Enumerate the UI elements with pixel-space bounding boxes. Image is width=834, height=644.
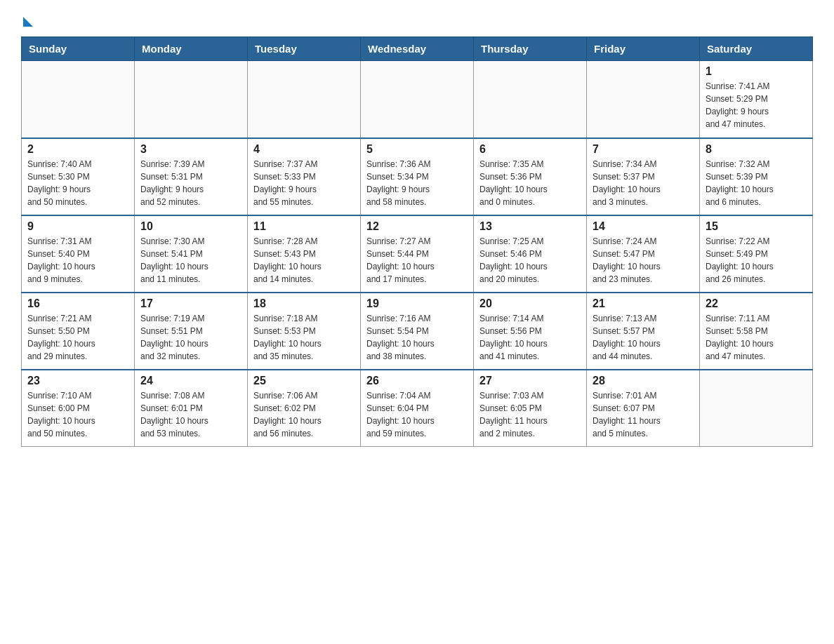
day-info: Sunrise: 7:19 AM Sunset: 5:51 PM Dayligh… bbox=[140, 312, 241, 363]
calendar-table: SundayMondayTuesdayWednesdayThursdayFrid… bbox=[21, 36, 813, 447]
calendar-week-row-3: 16Sunrise: 7:21 AM Sunset: 5:50 PM Dayli… bbox=[22, 293, 813, 370]
day-info: Sunrise: 7:11 AM Sunset: 5:58 PM Dayligh… bbox=[706, 312, 807, 363]
day-number: 23 bbox=[27, 375, 128, 387]
day-number: 14 bbox=[593, 220, 694, 233]
day-info: Sunrise: 7:22 AM Sunset: 5:49 PM Dayligh… bbox=[706, 235, 807, 286]
day-number: 7 bbox=[593, 143, 694, 156]
calendar-cell: 21Sunrise: 7:13 AM Sunset: 5:57 PM Dayli… bbox=[587, 293, 700, 370]
calendar-cell: 17Sunrise: 7:19 AM Sunset: 5:51 PM Dayli… bbox=[135, 293, 248, 370]
day-info: Sunrise: 7:13 AM Sunset: 5:57 PM Dayligh… bbox=[593, 312, 694, 363]
calendar-cell: 6Sunrise: 7:35 AM Sunset: 5:36 PM Daylig… bbox=[474, 138, 587, 215]
calendar-cell bbox=[135, 61, 248, 138]
calendar-cell: 16Sunrise: 7:21 AM Sunset: 5:50 PM Dayli… bbox=[22, 293, 135, 370]
weekday-header-sunday: Sunday bbox=[22, 37, 135, 61]
day-number: 15 bbox=[706, 220, 807, 233]
calendar-cell: 28Sunrise: 7:01 AM Sunset: 6:07 PM Dayli… bbox=[587, 370, 700, 447]
calendar-week-row-4: 23Sunrise: 7:10 AM Sunset: 6:00 PM Dayli… bbox=[22, 370, 813, 447]
weekday-header-monday: Monday bbox=[135, 37, 248, 61]
day-number: 27 bbox=[479, 375, 581, 387]
day-number: 6 bbox=[479, 143, 581, 156]
day-info: Sunrise: 7:34 AM Sunset: 5:37 PM Dayligh… bbox=[593, 158, 694, 208]
day-info: Sunrise: 7:01 AM Sunset: 6:07 PM Dayligh… bbox=[593, 389, 694, 440]
day-info: Sunrise: 7:37 AM Sunset: 5:33 PM Dayligh… bbox=[253, 158, 355, 208]
calendar-cell: 7Sunrise: 7:34 AM Sunset: 5:37 PM Daylig… bbox=[587, 138, 700, 215]
day-number: 22 bbox=[706, 297, 807, 310]
weekday-header-friday: Friday bbox=[587, 37, 700, 61]
day-number: 26 bbox=[366, 375, 468, 387]
calendar-cell: 12Sunrise: 7:27 AM Sunset: 5:44 PM Dayli… bbox=[361, 215, 474, 293]
day-number: 16 bbox=[27, 297, 128, 310]
calendar-cell bbox=[22, 61, 135, 138]
calendar-cell: 26Sunrise: 7:04 AM Sunset: 6:04 PM Dayli… bbox=[361, 370, 474, 447]
calendar-cell: 9Sunrise: 7:31 AM Sunset: 5:40 PM Daylig… bbox=[22, 215, 135, 293]
day-number: 21 bbox=[593, 297, 694, 310]
weekday-header-tuesday: Tuesday bbox=[248, 37, 361, 61]
day-number: 20 bbox=[479, 297, 581, 310]
weekday-header-row: SundayMondayTuesdayWednesdayThursdayFrid… bbox=[22, 37, 813, 61]
day-info: Sunrise: 7:30 AM Sunset: 5:41 PM Dayligh… bbox=[140, 235, 241, 286]
day-number: 17 bbox=[140, 297, 241, 310]
day-number: 28 bbox=[593, 375, 694, 387]
calendar-cell bbox=[474, 61, 587, 138]
calendar-week-row-1: 2Sunrise: 7:40 AM Sunset: 5:30 PM Daylig… bbox=[22, 138, 813, 215]
day-number: 5 bbox=[366, 143, 468, 156]
calendar-cell: 24Sunrise: 7:08 AM Sunset: 6:01 PM Dayli… bbox=[135, 370, 248, 447]
calendar-cell bbox=[587, 61, 700, 138]
day-number: 9 bbox=[27, 220, 128, 233]
day-info: Sunrise: 7:32 AM Sunset: 5:39 PM Dayligh… bbox=[706, 158, 807, 208]
calendar-cell: 10Sunrise: 7:30 AM Sunset: 5:41 PM Dayli… bbox=[135, 215, 248, 293]
calendar-cell bbox=[700, 370, 813, 447]
day-info: Sunrise: 7:18 AM Sunset: 5:53 PM Dayligh… bbox=[253, 312, 355, 363]
day-number: 13 bbox=[479, 220, 581, 233]
day-number: 25 bbox=[253, 375, 355, 387]
calendar-cell: 14Sunrise: 7:24 AM Sunset: 5:47 PM Dayli… bbox=[587, 215, 700, 293]
day-info: Sunrise: 7:24 AM Sunset: 5:47 PM Dayligh… bbox=[593, 235, 694, 286]
day-number: 10 bbox=[140, 220, 241, 233]
day-info: Sunrise: 7:40 AM Sunset: 5:30 PM Dayligh… bbox=[27, 158, 128, 208]
day-info: Sunrise: 7:28 AM Sunset: 5:43 PM Dayligh… bbox=[253, 235, 355, 286]
calendar-cell: 27Sunrise: 7:03 AM Sunset: 6:05 PM Dayli… bbox=[474, 370, 587, 447]
day-info: Sunrise: 7:16 AM Sunset: 5:54 PM Dayligh… bbox=[366, 312, 468, 363]
day-info: Sunrise: 7:39 AM Sunset: 5:31 PM Dayligh… bbox=[140, 158, 241, 208]
day-info: Sunrise: 7:25 AM Sunset: 5:46 PM Dayligh… bbox=[479, 235, 581, 286]
day-info: Sunrise: 7:10 AM Sunset: 6:00 PM Dayligh… bbox=[27, 389, 128, 440]
calendar-cell: 1Sunrise: 7:41 AM Sunset: 5:29 PM Daylig… bbox=[700, 61, 813, 138]
day-info: Sunrise: 7:04 AM Sunset: 6:04 PM Dayligh… bbox=[366, 389, 468, 440]
day-number: 12 bbox=[366, 220, 468, 233]
day-number: 4 bbox=[253, 143, 355, 156]
calendar-cell: 2Sunrise: 7:40 AM Sunset: 5:30 PM Daylig… bbox=[22, 138, 135, 215]
calendar-cell: 5Sunrise: 7:36 AM Sunset: 5:34 PM Daylig… bbox=[361, 138, 474, 215]
day-number: 3 bbox=[140, 143, 241, 156]
calendar-cell: 18Sunrise: 7:18 AM Sunset: 5:53 PM Dayli… bbox=[248, 293, 361, 370]
day-info: Sunrise: 7:21 AM Sunset: 5:50 PM Dayligh… bbox=[27, 312, 128, 363]
day-info: Sunrise: 7:14 AM Sunset: 5:56 PM Dayligh… bbox=[479, 312, 581, 363]
calendar-cell: 23Sunrise: 7:10 AM Sunset: 6:00 PM Dayli… bbox=[22, 370, 135, 447]
calendar-week-row-2: 9Sunrise: 7:31 AM Sunset: 5:40 PM Daylig… bbox=[22, 215, 813, 293]
calendar-week-row-0: 1Sunrise: 7:41 AM Sunset: 5:29 PM Daylig… bbox=[22, 61, 813, 138]
day-info: Sunrise: 7:41 AM Sunset: 5:29 PM Dayligh… bbox=[706, 80, 807, 130]
day-number: 8 bbox=[706, 143, 807, 156]
calendar-cell: 11Sunrise: 7:28 AM Sunset: 5:43 PM Dayli… bbox=[248, 215, 361, 293]
day-info: Sunrise: 7:35 AM Sunset: 5:36 PM Dayligh… bbox=[479, 158, 581, 208]
day-number: 1 bbox=[706, 65, 807, 78]
weekday-header-thursday: Thursday bbox=[474, 37, 587, 61]
logo-arrow-icon bbox=[23, 17, 33, 27]
calendar-cell bbox=[361, 61, 474, 138]
day-number: 2 bbox=[27, 143, 128, 156]
day-number: 11 bbox=[253, 220, 355, 233]
day-info: Sunrise: 7:08 AM Sunset: 6:01 PM Dayligh… bbox=[140, 389, 241, 440]
day-number: 24 bbox=[140, 375, 241, 387]
calendar-cell bbox=[248, 61, 361, 138]
day-info: Sunrise: 7:06 AM Sunset: 6:02 PM Dayligh… bbox=[253, 389, 355, 440]
logo bbox=[21, 14, 33, 24]
day-info: Sunrise: 7:27 AM Sunset: 5:44 PM Dayligh… bbox=[366, 235, 468, 286]
day-info: Sunrise: 7:31 AM Sunset: 5:40 PM Dayligh… bbox=[27, 235, 128, 286]
calendar-cell: 8Sunrise: 7:32 AM Sunset: 5:39 PM Daylig… bbox=[700, 138, 813, 215]
calendar-cell: 19Sunrise: 7:16 AM Sunset: 5:54 PM Dayli… bbox=[361, 293, 474, 370]
calendar-cell: 15Sunrise: 7:22 AM Sunset: 5:49 PM Dayli… bbox=[700, 215, 813, 293]
calendar-cell: 3Sunrise: 7:39 AM Sunset: 5:31 PM Daylig… bbox=[135, 138, 248, 215]
weekday-header-wednesday: Wednesday bbox=[361, 37, 474, 61]
day-info: Sunrise: 7:03 AM Sunset: 6:05 PM Dayligh… bbox=[479, 389, 581, 440]
day-info: Sunrise: 7:36 AM Sunset: 5:34 PM Dayligh… bbox=[366, 158, 468, 208]
calendar-cell: 20Sunrise: 7:14 AM Sunset: 5:56 PM Dayli… bbox=[474, 293, 587, 370]
